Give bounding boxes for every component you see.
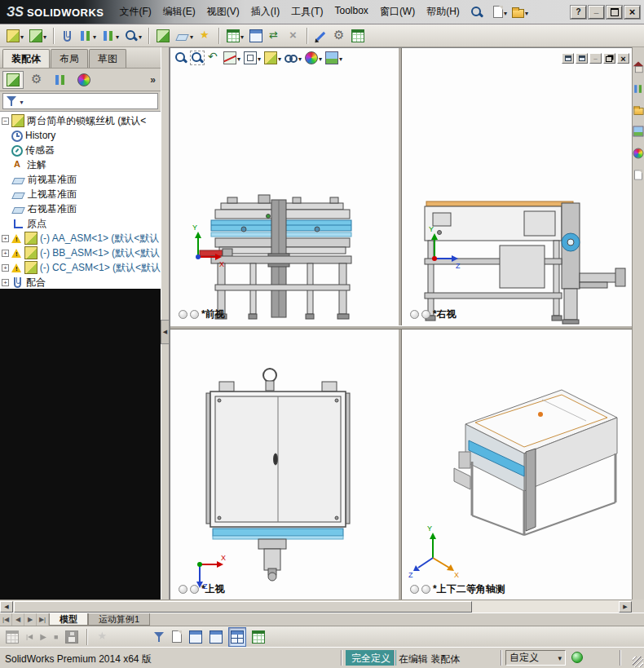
propertymanager-tab[interactable] — [26, 71, 47, 89]
tree-item-aa-asm[interactable]: (-) AA_ASM<1> (默认<默认 — [2, 231, 161, 246]
expander-icon[interactable] — [2, 264, 9, 272]
chevron-down-icon[interactable] — [319, 52, 322, 64]
child-minimize-button[interactable] — [589, 53, 602, 64]
tree-filter-field[interactable] — [2, 93, 158, 109]
stop-button[interactable] — [52, 627, 60, 647]
filter-dropdown-icon[interactable] — [19, 95, 24, 107]
filter-button[interactable] — [152, 627, 166, 647]
tab-overflow-chevron[interactable]: » — [150, 74, 158, 86]
menu-insert[interactable]: 插入(I) — [245, 2, 285, 22]
tree-item-origin[interactable]: 原点 — [11, 216, 161, 231]
tab-motion-study-1[interactable]: 运动算例1 — [88, 613, 150, 626]
apply-scene-button[interactable] — [324, 51, 343, 65]
chevron-down-icon[interactable] — [20, 30, 24, 42]
circular-pattern-button[interactable] — [100, 26, 121, 46]
edit-appearance-button[interactable] — [304, 51, 323, 65]
close-button[interactable] — [624, 6, 640, 19]
featuremanager-tab[interactable] — [2, 71, 24, 89]
last-tab-button[interactable] — [37, 613, 49, 626]
tab-model[interactable]: 模型 — [49, 613, 88, 626]
chevron-down-icon[interactable] — [504, 7, 507, 18]
resize-grip[interactable] — [633, 657, 643, 667]
file-explorer-folder-icon[interactable] — [633, 108, 643, 115]
chevron-down-icon[interactable] — [190, 30, 193, 42]
tree-item-annotations[interactable]: 注解 — [11, 157, 161, 172]
chevron-down-icon[interactable] — [116, 30, 119, 42]
show-hidden-components-button[interactable] — [123, 26, 143, 46]
view-palette-icon[interactable] — [633, 126, 644, 137]
new-motion-study-button[interactable] — [197, 26, 214, 46]
expander-icon[interactable] — [2, 250, 9, 257]
edit-component-button[interactable] — [28, 26, 48, 46]
panel-collapse-handle[interactable] — [161, 320, 170, 344]
measure-button[interactable] — [313, 26, 329, 46]
menu-tools[interactable]: 工具(T) — [285, 2, 329, 22]
viewport-isometric[interactable]: Y X Z *上下二等角轴测 — [402, 330, 633, 600]
hide-show-items-button[interactable] — [284, 51, 302, 65]
horizontal-scrollbar[interactable] — [0, 599, 632, 613]
tab-sketch[interactable]: 草图 — [89, 49, 126, 68]
menu-toolbox[interactable]: Toolbox — [329, 2, 374, 22]
next-tab-button[interactable] — [24, 613, 37, 626]
menu-view[interactable]: 视图(V) — [201, 2, 245, 22]
section-view-button[interactable] — [223, 51, 241, 65]
tree-item-bb-asm[interactable]: (-) BB_ASM<1> (默认<默认 — [2, 246, 161, 260]
design-table-button[interactable] — [350, 26, 366, 46]
expander-icon[interactable] — [2, 235, 9, 242]
viewport-front[interactable]: Y X *前视 — [170, 48, 398, 325]
chevron-down-icon[interactable] — [339, 52, 342, 64]
reference-geometry-button[interactable] — [174, 26, 195, 46]
design-library-icon[interactable] — [633, 84, 644, 95]
viewport-top[interactable]: X Z *上视 — [170, 330, 398, 600]
scroll-left-icon[interactable] — [0, 601, 13, 613]
chevron-down-icon[interactable] — [43, 30, 46, 42]
tab-layout[interactable]: 布局 — [51, 49, 88, 68]
chevron-down-icon[interactable] — [258, 52, 261, 64]
menu-edit[interactable]: 编辑(E) — [157, 2, 201, 22]
key-properties-button[interactable] — [170, 627, 183, 647]
child-restore-button[interactable] — [603, 53, 615, 64]
custom-properties-icon[interactable] — [634, 170, 642, 180]
mass-properties-button[interactable] — [331, 26, 347, 46]
help-button[interactable]: ? — [571, 6, 586, 19]
maximize-button[interactable] — [607, 6, 622, 19]
excel-table-button[interactable] — [250, 627, 267, 647]
tree-item-root[interactable]: 两台简单的锁螺丝机 (默认< — [2, 113, 161, 128]
chevron-down-icon[interactable] — [237, 52, 240, 64]
previous-tab-button[interactable] — [12, 613, 24, 626]
tree-item-top-plane[interactable]: 上视基准面 — [11, 187, 161, 201]
new-document-button[interactable] — [492, 2, 509, 22]
search-icon[interactable] — [470, 6, 483, 19]
mate-button[interactable] — [60, 26, 75, 46]
save-animation-button[interactable] — [64, 627, 80, 647]
chevron-down-icon[interactable] — [298, 52, 302, 64]
tab-assembly[interactable]: 装配体 — [2, 49, 50, 68]
bill-of-materials-button[interactable] — [225, 26, 245, 46]
assembly-features-button[interactable] — [155, 26, 171, 46]
viewport-pane-button[interactable] — [576, 53, 588, 64]
viewport-right[interactable]: Y Z *右视 — [402, 48, 633, 325]
exploded-view-button[interactable] — [248, 26, 264, 46]
tree-item-front-plane[interactable]: 前视基准面 — [11, 172, 161, 187]
custom-dropdown[interactable]: 自定义 — [505, 650, 566, 666]
chevron-down-icon[interactable] — [278, 52, 281, 64]
interference-detection-button[interactable] — [267, 26, 283, 46]
tree-item-mates[interactable]: 配合 — [2, 275, 161, 289]
chevron-down-icon[interactable] — [525, 7, 528, 18]
scroll-right-icon[interactable] — [619, 601, 632, 613]
viewport-two-button[interactable] — [208, 627, 224, 647]
resources-home-icon[interactable] — [633, 62, 644, 73]
insert-components-button[interactable] — [5, 26, 25, 46]
linear-pattern-button[interactable] — [77, 26, 98, 46]
chevron-down-icon[interactable] — [139, 30, 142, 42]
menu-window[interactable]: 窗口(W) — [374, 2, 421, 22]
no-external-references-button[interactable] — [285, 26, 302, 46]
expander-icon[interactable] — [2, 279, 9, 286]
zoom-area-button[interactable] — [190, 51, 205, 65]
play-from-start-button[interactable] — [24, 627, 34, 647]
open-document-button[interactable] — [510, 2, 530, 22]
scrollbar-thumb[interactable] — [14, 601, 472, 613]
chevron-down-icon[interactable] — [93, 30, 96, 42]
configurationmanager-tab[interactable] — [50, 71, 71, 89]
quick-tips-icon[interactable] — [571, 652, 583, 663]
